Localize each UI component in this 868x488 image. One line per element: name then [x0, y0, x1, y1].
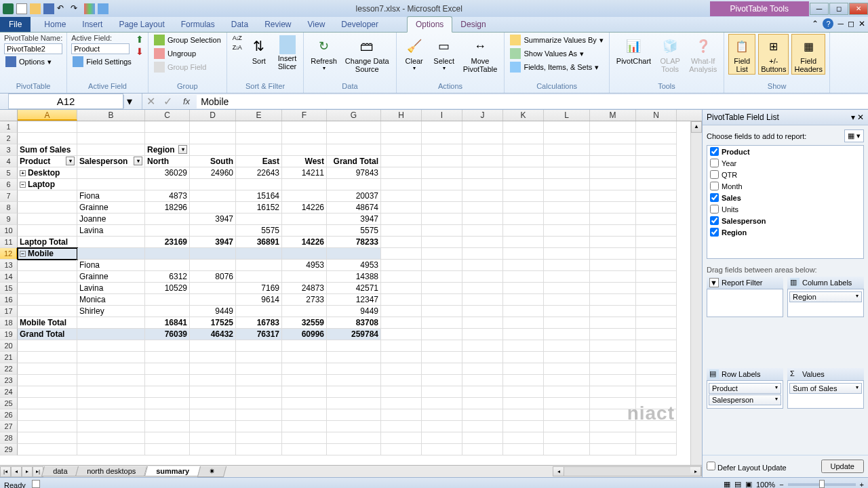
cell[interactable] [18, 202, 77, 214]
cell[interactable] [77, 317, 145, 329]
cell[interactable] [18, 363, 77, 375]
cell[interactable] [282, 271, 327, 283]
cell[interactable] [462, 237, 503, 248]
select-button[interactable]: ▭Select▾ [431, 34, 458, 73]
cell[interactable] [462, 133, 503, 144]
move-pivottable-button[interactable]: ↔Move PivotTable [460, 34, 500, 75]
cell[interactable] [18, 306, 77, 317]
cell[interactable] [590, 202, 636, 214]
cell[interactable]: 5575 [327, 225, 381, 237]
next-sheet-icon[interactable]: ▸ [22, 466, 33, 477]
cell[interactable] [590, 386, 636, 398]
collapse-icon[interactable]: − [20, 251, 26, 257]
cell[interactable] [636, 133, 677, 144]
cell[interactable] [190, 340, 236, 352]
rowhdr-19[interactable]: 19 [0, 329, 18, 340]
cell[interactable] [381, 271, 422, 283]
tab-file[interactable]: File [0, 17, 31, 32]
field-list-layout-button[interactable]: ▦ ▾ [844, 129, 864, 142]
cell[interactable] [190, 363, 236, 375]
zoom-out-button[interactable]: − [779, 481, 783, 489]
cell[interactable]: Lavina [77, 283, 145, 294]
cell[interactable] [422, 352, 462, 363]
field-checkbox[interactable] [710, 170, 719, 179]
filter-drop-zone[interactable] [707, 289, 783, 317]
plus-minus-buttons-button[interactable]: ⊞+/- Buttons [758, 34, 789, 75]
field-salesperson[interactable]: Salesperson [707, 215, 863, 226]
cell[interactable] [381, 444, 422, 455]
cell[interactable] [77, 167, 145, 179]
sheet-tab-data[interactable]: data [41, 466, 79, 476]
scroll-up-icon[interactable]: ▲ [691, 121, 702, 133]
cell[interactable] [636, 260, 677, 271]
minimize-button[interactable]: ─ [810, 3, 829, 15]
zoom-slider[interactable] [788, 483, 856, 486]
tab-view[interactable]: View [300, 17, 334, 32]
rowhdr-26[interactable]: 26 [0, 409, 18, 421]
cell[interactable] [327, 179, 381, 190]
colhdr-J[interactable]: J [462, 110, 503, 121]
cell[interactable] [422, 133, 462, 144]
cell[interactable] [422, 179, 462, 190]
cell[interactable] [590, 283, 636, 294]
collapse-field-icon[interactable]: ⬇ [136, 46, 144, 57]
colhdr-A[interactable]: A [18, 110, 77, 121]
cell[interactable] [462, 294, 503, 306]
cell[interactable] [77, 409, 145, 421]
cell[interactable]: 14226 [282, 202, 327, 214]
cell[interactable]: 14226 [282, 237, 327, 248]
cell[interactable] [282, 363, 327, 375]
cell[interactable]: 24960 [190, 167, 236, 179]
cell[interactable] [544, 202, 590, 214]
colhdr-C[interactable]: C [145, 110, 190, 121]
sort-az-button[interactable] [231, 34, 243, 42]
cell[interactable] [544, 214, 590, 225]
cell[interactable]: 76039 [145, 329, 190, 340]
macro-record-icon[interactable] [32, 480, 40, 488]
cell[interactable] [236, 306, 282, 317]
minimize-ribbon-icon[interactable]: ⌃ [812, 19, 818, 28]
cell[interactable] [236, 179, 282, 190]
cell[interactable] [544, 444, 590, 455]
cell[interactable] [462, 363, 503, 375]
cell[interactable]: 36891 [236, 237, 282, 248]
cell[interactable] [590, 363, 636, 375]
field-settings-button[interactable]: Field Settings [71, 56, 133, 68]
insert-slicer-button[interactable]: Insert Slicer [275, 34, 300, 72]
cell[interactable]: Fiona [77, 260, 145, 271]
cell[interactable] [190, 386, 236, 398]
cell[interactable] [590, 352, 636, 363]
field-list-button[interactable]: 📋Field List [728, 34, 755, 75]
cell[interactable] [503, 386, 544, 398]
cell[interactable] [327, 386, 381, 398]
cell[interactable] [590, 237, 636, 248]
rowhdr-5[interactable]: 5 [0, 167, 18, 179]
cell[interactable]: 9449 [327, 306, 381, 317]
values-drop-zone[interactable]: Sum of Sales▾ [787, 380, 864, 409]
cell[interactable] [544, 156, 590, 167]
cell[interactable] [636, 363, 677, 375]
cell-sum-of-sales[interactable]: Sum of Sales [18, 144, 77, 156]
tab-page-layout[interactable]: Page Layout [111, 17, 172, 32]
cell[interactable]: 259784 [327, 329, 381, 340]
undo-icon[interactable]: ↶ [57, 3, 68, 14]
cell[interactable] [422, 156, 462, 167]
cell[interactable] [503, 398, 544, 409]
cell[interactable]: 2733 [282, 294, 327, 306]
cell[interactable] [381, 398, 422, 409]
cell[interactable] [18, 133, 77, 144]
cell[interactable] [462, 214, 503, 225]
expand-field-icon[interactable]: ⬆ [136, 34, 144, 45]
cell[interactable]: 3947 [327, 214, 381, 225]
cell[interactable] [503, 444, 544, 455]
cell[interactable] [77, 237, 145, 248]
ungroup-button[interactable]: Ungroup [153, 47, 222, 60]
tab-design[interactable]: Design [452, 17, 494, 32]
cell[interactable] [590, 375, 636, 386]
cell[interactable] [422, 444, 462, 455]
cell[interactable] [422, 271, 462, 283]
cell-salesperson-header[interactable]: Salesperson▾ [77, 156, 145, 167]
cell[interactable] [422, 329, 462, 340]
field-checkbox[interactable] [710, 228, 719, 237]
cell[interactable] [381, 409, 422, 421]
